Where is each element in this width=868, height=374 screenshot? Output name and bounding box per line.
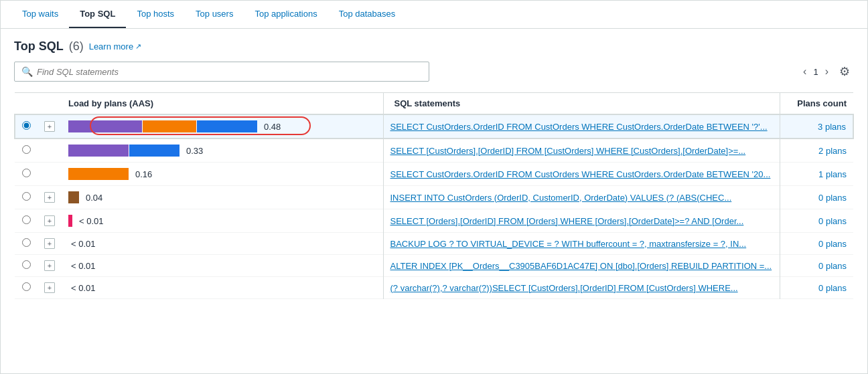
bar-value-6: < 0.01 — [71, 239, 96, 249]
bar-value-5: < 0.01 — [79, 216, 104, 226]
plans-count-5[interactable]: 0 plans — [818, 216, 847, 226]
table-row: +0.48SELECT CustOrders.OrderID FROM Cust… — [15, 114, 853, 138]
search-input[interactable] — [37, 67, 422, 77]
table-row: 0.16SELECT CustOrders.OrderID FROM CustO… — [15, 163, 853, 186]
bar-value-7: < 0.01 — [71, 261, 96, 271]
section-title: Top SQL — [14, 39, 64, 54]
expand-button-1[interactable]: + — [44, 121, 55, 132]
bar-value-2: 0.33 — [186, 146, 203, 156]
bar-container-1: 0.48 — [68, 120, 376, 132]
tab-top-applications[interactable]: Top applications — [244, 1, 328, 28]
plans-count-4[interactable]: 0 plans — [818, 193, 847, 203]
table-row: +< 0.01(? varchar(?),? varchar(?))SELECT… — [15, 277, 853, 299]
table-row: +0.04INSERT INTO CustOrders (OrderID, Cu… — [15, 186, 853, 209]
row-radio-8[interactable] — [22, 282, 31, 291]
expand-button-7[interactable]: + — [44, 260, 55, 271]
search-input-wrapper[interactable]: 🔍 — [14, 62, 429, 82]
tab-top-hosts[interactable]: Top hosts — [126, 1, 185, 28]
row-radio-7[interactable] — [22, 260, 31, 269]
bar-container-8: < 0.01 — [68, 283, 376, 293]
tabs-bar: Top waits Top SQL Top hosts Top users To… — [1, 1, 867, 29]
pagination-controls: ‹ 1 › ⚙ — [800, 63, 854, 80]
col-sql-header: SQL statements — [383, 93, 780, 115]
main-content: Top SQL (6) Learn more ↗ 🔍 ‹ 1 › ⚙ Load … — [1, 29, 867, 310]
expand-button-5[interactable]: + — [44, 215, 55, 226]
next-page-button[interactable]: › — [822, 64, 831, 79]
tab-top-databases[interactable]: Top databases — [328, 1, 407, 28]
expand-button-8[interactable]: + — [44, 282, 55, 293]
sql-statement-1[interactable]: SELECT CustOrders.OrderID FROM CustOrder… — [390, 122, 768, 132]
table-row: +< 0.01ALTER INDEX [PK__Orders__C3905BAF… — [15, 255, 853, 277]
sql-statement-3[interactable]: SELECT CustOrders.OrderID FROM CustOrder… — [390, 169, 771, 179]
bar-container-3: 0.16 — [68, 168, 376, 180]
plans-count-1[interactable]: 3 plans — [818, 122, 846, 132]
learn-more-link[interactable]: Learn more ↗ — [89, 41, 141, 52]
bar-container-2: 0.33 — [68, 145, 376, 157]
plans-count-8[interactable]: 0 plans — [818, 283, 847, 293]
bar-value-4: 0.04 — [86, 193, 102, 203]
col-select — [15, 93, 38, 115]
col-expand — [38, 93, 62, 115]
table-header-row: Load by plans (AAS) SQL statements Plans… — [15, 93, 853, 115]
expand-button-6[interactable]: + — [44, 238, 55, 249]
bar-value-1: 0.48 — [264, 122, 281, 132]
plans-count-7[interactable]: 0 plans — [818, 261, 847, 271]
search-icon: 🔍 — [21, 66, 33, 77]
bar-container-7: < 0.01 — [68, 261, 376, 271]
plans-count-2[interactable]: 2 plans — [818, 146, 847, 156]
page-number: 1 — [813, 67, 818, 77]
bar-container-4: 0.04 — [68, 191, 376, 203]
row-radio-1[interactable] — [22, 121, 31, 130]
plans-count-6[interactable]: 0 plans — [818, 239, 847, 249]
col-load-header: Load by plans (AAS) — [62, 93, 383, 115]
bar-value-3: 0.16 — [135, 169, 152, 179]
row-radio-5[interactable] — [22, 215, 31, 224]
table-row: +< 0.01SELECT [Orders].[OrderID] FROM [O… — [15, 209, 853, 233]
sql-table: Load by plans (AAS) SQL statements Plans… — [14, 92, 854, 299]
settings-button[interactable]: ⚙ — [835, 63, 854, 80]
tab-top-sql[interactable]: Top SQL — [69, 1, 126, 28]
row-radio-6[interactable] — [22, 238, 31, 247]
bar-value-8: < 0.01 — [71, 283, 96, 293]
prev-page-button[interactable]: ‹ — [800, 64, 809, 79]
sql-statement-4[interactable]: INSERT INTO CustOrders (OrderID, Custome… — [390, 193, 732, 203]
sql-statement-5[interactable]: SELECT [Orders].[OrderID] FROM [Orders] … — [390, 216, 744, 226]
section-header: Top SQL (6) Learn more ↗ — [14, 39, 854, 54]
bar-container-6: < 0.01 — [68, 239, 376, 249]
table-row: 0.33SELECT [CustOrders].[OrderID] FROM [… — [15, 138, 853, 163]
col-plans-header: Plans count — [780, 93, 853, 115]
row-radio-3[interactable] — [22, 169, 31, 177]
row-radio-2[interactable] — [22, 145, 31, 154]
search-bar: 🔍 ‹ 1 › ⚙ — [14, 62, 854, 82]
table-row: +< 0.01BACKUP LOG ? TO VIRTUAL_DEVICE = … — [15, 233, 853, 255]
sql-statement-6[interactable]: BACKUP LOG ? TO VIRTUAL_DEVICE = ? WITH … — [390, 239, 747, 249]
tab-top-users[interactable]: Top users — [185, 1, 244, 28]
sql-statement-7[interactable]: ALTER INDEX [PK__Orders__C3905BAF6D1AC47… — [390, 261, 772, 271]
sql-statement-2[interactable]: SELECT [CustOrders].[OrderID] FROM [Cust… — [390, 146, 746, 156]
external-link-icon: ↗ — [135, 42, 141, 51]
section-count: (6) — [69, 39, 84, 54]
expand-button-4[interactable]: + — [44, 192, 55, 203]
sql-statement-8[interactable]: (? varchar(?),? varchar(?))SELECT [CustO… — [390, 283, 738, 293]
table-body: +0.48SELECT CustOrders.OrderID FROM Cust… — [15, 114, 853, 299]
tab-top-waits[interactable]: Top waits — [11, 1, 69, 28]
row-radio-4[interactable] — [22, 192, 31, 201]
plans-count-3[interactable]: 1 plans — [818, 169, 847, 179]
bar-container-5: < 0.01 — [68, 215, 376, 227]
